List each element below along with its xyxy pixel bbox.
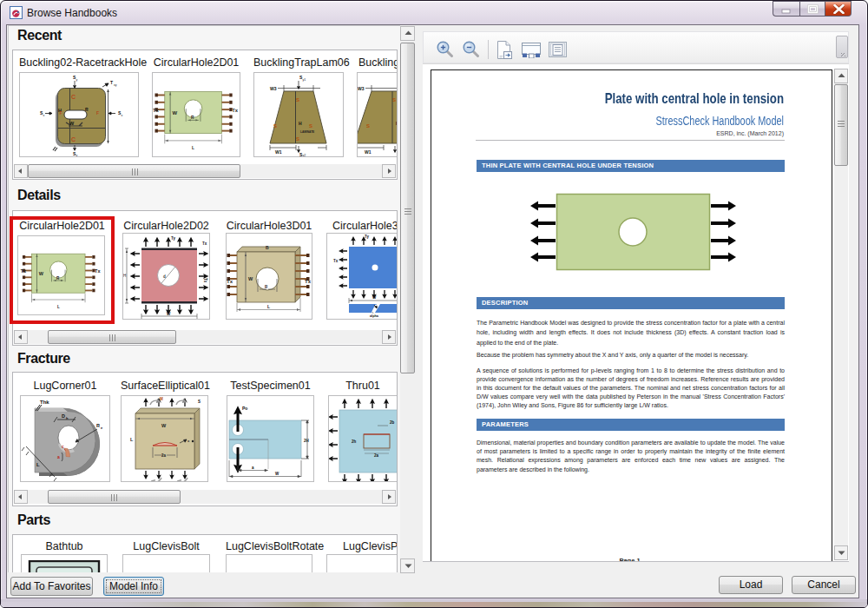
svg-text:x: x — [43, 114, 45, 117]
svg-text:T: T — [110, 80, 113, 85]
svg-text:R: R — [191, 116, 194, 120]
svg-text:y1: y1 — [303, 78, 306, 82]
svg-text:F: F — [60, 110, 62, 116]
svg-text:Tx: Tx — [227, 279, 233, 284]
svg-text:L: L — [192, 146, 194, 150]
svg-text:2a: 2a — [161, 453, 167, 458]
svg-text:W3: W3 — [270, 86, 277, 91]
svg-text:xy: xy — [114, 83, 117, 87]
svg-text:e: e — [101, 426, 103, 430]
svg-text:LAMINATE: LAMINATE — [300, 130, 314, 134]
svg-text:a: a — [252, 466, 254, 470]
svg-text:Ty: Ty — [365, 235, 369, 239]
svg-text:M: M — [160, 397, 163, 401]
svg-text:x: x — [122, 114, 123, 117]
svg-text:L: L — [130, 437, 134, 442]
svg-text:Tx: Tx — [203, 278, 207, 283]
svg-text:y: y — [76, 78, 78, 82]
svg-text:Thk: Thk — [40, 400, 49, 405]
svg-text:S: S — [273, 123, 277, 129]
svg-text:H: H — [396, 121, 398, 126]
svg-text:W: W — [248, 276, 253, 281]
svg-text:S: S — [309, 123, 312, 129]
svg-text:Ty: Ty — [171, 236, 175, 241]
svg-text:alpha: alpha — [370, 314, 379, 318]
svg-text:C: C — [71, 136, 76, 142]
svg-text:Tx: Tx — [153, 108, 160, 113]
svg-text:L: L — [36, 462, 40, 467]
svg-text:F: F — [96, 110, 99, 116]
svg-text:W: W — [173, 110, 178, 116]
svg-text:W: W — [161, 423, 167, 428]
svg-text:W: W — [372, 295, 377, 300]
svg-text:d: d — [163, 274, 166, 279]
svg-text:W1: W1 — [365, 149, 372, 155]
svg-text:Tx: Tx — [232, 108, 239, 113]
svg-text:W1: W1 — [275, 149, 282, 155]
svg-text:D: D — [62, 413, 65, 419]
svg-text:R: R — [96, 423, 100, 428]
svg-text:W3: W3 — [358, 86, 365, 91]
svg-text:H: H — [123, 274, 126, 278]
svg-text:Po: Po — [242, 406, 247, 411]
svg-text:y: y — [76, 154, 78, 156]
svg-text:2a: 2a — [374, 453, 379, 458]
svg-text:W: W — [167, 312, 171, 316]
svg-text:Tx: Tx — [333, 259, 339, 263]
svg-text:B: B — [266, 245, 269, 250]
svg-text:S: S — [296, 97, 299, 102]
svg-text:2h: 2h — [352, 439, 357, 444]
svg-text:W: W — [275, 472, 279, 476]
svg-text:2H: 2H — [304, 439, 309, 443]
svg-text:S: S — [366, 123, 370, 129]
svg-text:2b: 2b — [390, 420, 395, 425]
svg-text:W: W — [69, 121, 75, 126]
svg-text:Tx: Tx — [305, 279, 312, 284]
svg-text:L: L — [267, 304, 270, 309]
svg-text:y2: y2 — [303, 154, 306, 156]
svg-text:a: a — [57, 454, 60, 459]
svg-text:Tx: Tx — [202, 241, 207, 246]
svg-text:H: H — [299, 121, 302, 126]
svg-text:S: S — [392, 97, 396, 102]
svg-text:S: S — [198, 400, 201, 404]
svg-text:C: C — [71, 94, 76, 100]
svg-text:R: R — [85, 107, 89, 112]
svg-text:S: S — [296, 136, 299, 142]
